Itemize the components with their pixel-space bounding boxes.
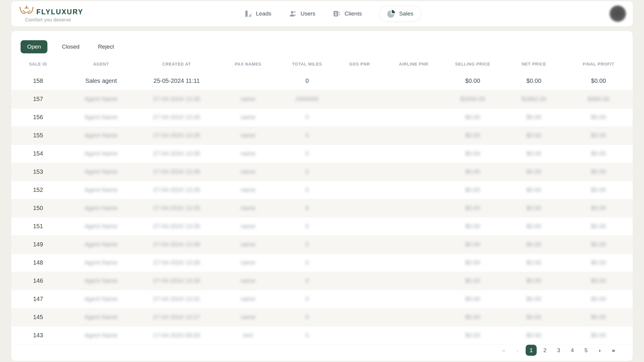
cell-sale-id: 153: [11, 163, 65, 181]
cell-selling-price: $0.00: [442, 163, 503, 181]
cell-airline-pnr: [386, 290, 442, 308]
tab-open[interactable]: Open: [21, 40, 47, 53]
cell-net-price: $0.00: [503, 108, 564, 126]
col-header-sale-id: SALE ID: [11, 56, 65, 72]
table-row[interactable]: 143 Agent Name 17-04-2024 08:00 test 0 $…: [11, 326, 633, 344]
cell-agent: Agent Name: [65, 163, 137, 181]
cell-gds-pnr: [334, 181, 386, 199]
cell-total-miles: 0: [280, 108, 334, 126]
cell-total-miles: 0: [280, 290, 334, 308]
table-row[interactable]: 145 Agent Name 27-04-2024 13:27 name 0 $…: [11, 308, 633, 326]
cell-airline-pnr: [386, 199, 442, 217]
nav-item-label: Sales: [399, 10, 414, 17]
cell-pax-names: name: [216, 235, 281, 254]
cell-airline-pnr: [386, 108, 442, 126]
cell-selling-price: $0.00: [442, 235, 503, 254]
nav-item-users[interactable]: Users: [289, 10, 315, 18]
col-header-net-price: NET PRICE: [503, 56, 564, 72]
cell-pax-names: name: [216, 181, 281, 199]
sales-pie-icon: [387, 10, 396, 18]
cell-created-at: 27-04-2024 13:35: [137, 163, 216, 181]
cell-created-at: 25-05-2024 11:11: [137, 72, 216, 90]
cell-airline-pnr: [386, 272, 442, 290]
cell-sale-id: 148: [11, 254, 65, 272]
table-row[interactable]: 158 Sales agent 25-05-2024 11:11 0 $0.00…: [11, 72, 633, 90]
cell-selling-price: $0.00: [442, 326, 503, 344]
cell-selling-price: $0.00: [442, 308, 503, 326]
cell-net-price: $0.00: [503, 217, 564, 235]
cell-created-at: 27-04-2024 13:31: [137, 290, 216, 308]
cell-gds-pnr: [334, 145, 386, 163]
cell-airline-pnr: [386, 235, 442, 254]
cell-gds-pnr: [334, 90, 386, 108]
table-row[interactable]: 148 Agent Name 27-04-2024 13:35 name 0 $…: [11, 254, 633, 272]
table-row[interactable]: 156 Agent Name 27-04-2024 13:35 name 0 $…: [11, 108, 633, 126]
cell-pax-names: name: [216, 308, 281, 326]
table-row[interactable]: 151 Agent Name 27-04-2024 13:35 name 0 $…: [11, 217, 633, 235]
page-prev-button[interactable]: ‹: [512, 345, 523, 356]
cell-created-at: 17-04-2024 08:00: [137, 326, 216, 344]
user-avatar[interactable]: [609, 5, 626, 22]
page-button-3[interactable]: 3: [553, 345, 564, 356]
cell-gds-pnr: [334, 326, 386, 344]
brand-name: FLYLUXURY: [36, 9, 83, 15]
table-row[interactable]: 154 Agent Name 27-04-2024 13:35 name 0 $…: [11, 145, 633, 163]
cell-net-price: $0.00: [503, 308, 564, 326]
cell-created-at: 27-04-2024 13:35: [137, 90, 216, 108]
cell-selling-price: $0.00: [442, 290, 503, 308]
col-header-agent: AGENT: [65, 56, 137, 72]
table-row[interactable]: 147 Agent Name 27-04-2024 13:31 name 0 $…: [11, 290, 633, 308]
cell-final-profit: $0.00: [564, 126, 633, 145]
cell-sale-id: 143: [11, 326, 65, 344]
tab-closed[interactable]: Closed: [58, 41, 83, 53]
page-first-button[interactable]: «: [498, 345, 509, 356]
cell-created-at: 27-04-2024 13:35: [137, 181, 216, 199]
table-row[interactable]: 146 Agent Name 27-04-2024 13:35 name 0 $…: [11, 272, 633, 290]
nav-item-clients[interactable]: Clients: [333, 10, 362, 18]
cell-final-profit: $0.00: [564, 326, 633, 344]
table-row[interactable]: 152 Agent Name 27-04-2024 13:35 name 0 $…: [11, 181, 633, 199]
table-row[interactable]: 149 Agent Name 27-04-2024 13:35 name 0 $…: [11, 235, 633, 254]
table-body: 158 Sales agent 25-05-2024 11:11 0 $0.00…: [11, 72, 633, 344]
cell-final-profit: $0.00: [564, 145, 633, 163]
brand-crown-plane-icon: [19, 5, 34, 15]
cell-sale-id: 155: [11, 126, 65, 145]
table-row[interactable]: 155 Agent Name 27-04-2024 13:35 name 0 $…: [11, 126, 633, 145]
cell-airline-pnr: [386, 126, 442, 145]
cell-agent: Agent Name: [65, 254, 137, 272]
table-row[interactable]: 150 Agent Name 27-04-2024 13:35 name 0 $…: [11, 199, 633, 217]
cell-gds-pnr: [334, 199, 386, 217]
clients-icon: [333, 10, 341, 18]
cell-agent: Agent Name: [65, 326, 137, 344]
table-row[interactable]: 157 Agent Name 27-04-2024 13:35 name 200…: [11, 90, 633, 108]
cell-total-miles: 2000000: [280, 90, 334, 108]
cell-pax-names: name: [216, 163, 281, 181]
page-button-2[interactable]: 2: [539, 345, 550, 356]
cell-final-profit: $0.00: [564, 217, 633, 235]
cell-net-price: $1862.00: [503, 90, 564, 108]
cell-final-profit: $0.00: [564, 235, 633, 254]
page-button-5[interactable]: 5: [580, 345, 592, 356]
cell-total-miles: 0: [280, 163, 334, 181]
nav-item-leads[interactable]: Leads: [244, 10, 271, 18]
cell-net-price: $0.00: [503, 326, 564, 344]
page-button-1[interactable]: 1: [526, 345, 537, 356]
cell-created-at: 27-04-2024 13:35: [137, 217, 216, 235]
tab-reject[interactable]: Reject: [94, 41, 118, 53]
page-button-4[interactable]: 4: [567, 345, 578, 356]
cell-pax-names: name: [216, 126, 281, 145]
page-next-button[interactable]: ›: [594, 345, 605, 356]
table-row[interactable]: 153 Agent Name 27-04-2024 13:35 name 0 $…: [11, 163, 633, 181]
cell-sale-id: 152: [11, 181, 65, 199]
cell-pax-names: test: [216, 326, 281, 344]
nav-item-sales[interactable]: Sales: [379, 6, 422, 22]
cell-sale-id: 150: [11, 199, 65, 217]
col-header-created-at: CREATED AT: [137, 56, 216, 72]
col-header-selling-price: SELLING PRICE: [442, 56, 503, 72]
cell-total-miles: 0: [280, 72, 334, 90]
cell-sale-id: 154: [11, 145, 65, 163]
cell-sale-id: 158: [11, 72, 65, 90]
page-last-button[interactable]: »: [608, 345, 619, 356]
cell-final-profit: $0.00: [564, 163, 633, 181]
col-header-airline-pnr: AIRLINE PNR: [386, 56, 442, 72]
